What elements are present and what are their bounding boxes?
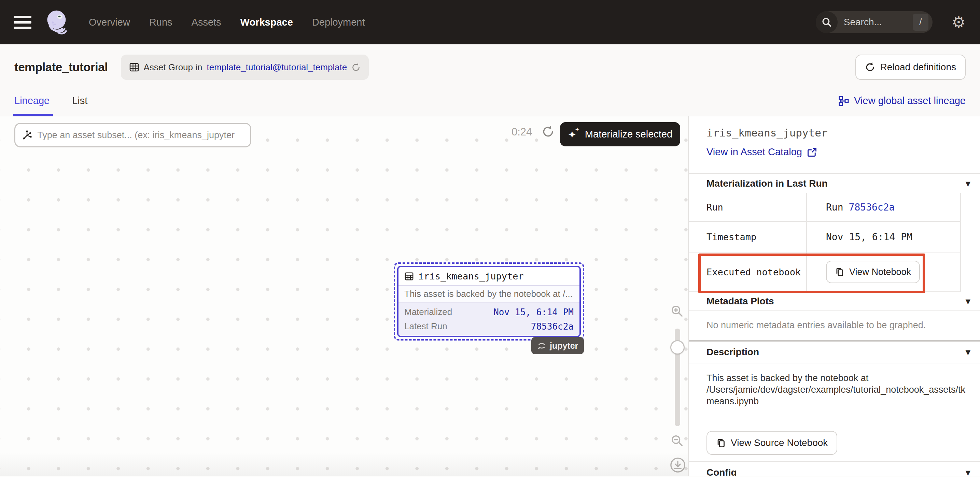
description-text: This asset is backed by the notebook at … — [706, 372, 970, 407]
run-id-link[interactable]: 78536c2a — [849, 202, 895, 213]
download-image-button[interactable] — [670, 457, 686, 473]
search-shortcut-key: / — [913, 14, 928, 31]
search-icon — [816, 11, 838, 33]
hamburger-menu-icon[interactable] — [14, 16, 32, 29]
search-placeholder: Search... — [844, 17, 882, 28]
timestamp-label: Timestamp — [689, 222, 807, 252]
asset-group-badge: Asset Group in template_tutorial@tutoria… — [121, 55, 369, 80]
collapse-caret-icon[interactable]: ▼︎ — [965, 298, 970, 305]
config-heading: Config — [706, 467, 737, 476]
collapse-caret-icon[interactable]: ▼︎ — [965, 349, 970, 356]
jupyter-tag[interactable]: jupyter — [531, 337, 584, 354]
view-source-notebook-button[interactable]: View Source Notebook — [706, 431, 837, 455]
nav-menu: Overview Runs Assets Workspace Deploymen… — [89, 17, 365, 28]
page-header: template_tutorial Asset Group in templat… — [0, 44, 980, 116]
panel-asset-title: iris_kmeans_jupyter — [706, 127, 980, 139]
view-global-asset-lineage-link[interactable]: View global asset lineage — [838, 95, 966, 106]
nav-item-deployment[interactable]: Deployment — [312, 17, 365, 28]
reload-definitions-button[interactable]: Reload definitions — [855, 55, 966, 80]
asset-node-selection[interactable]: iris_kmeans_jupyter This asset is backed… — [394, 262, 584, 341]
tab-lineage[interactable]: Lineage — [14, 85, 49, 116]
table-row-executed-notebook: Executed notebook View Notebook — [689, 252, 960, 292]
asset-group-prefix: Asset Group in — [144, 62, 202, 73]
refresh-icon[interactable] — [542, 125, 555, 138]
jupyter-tag-label: jupyter — [550, 341, 578, 351]
notebook-icon — [835, 267, 845, 277]
asset-node-description: This asset is backed by the notebook at … — [398, 286, 579, 303]
asset-node-title: iris_kmeans_jupyter — [418, 271, 524, 282]
latest-run-id[interactable]: 78536c2a — [531, 322, 574, 332]
materialized-label: Materialized — [404, 307, 452, 317]
view-notebook-button[interactable]: View Notebook — [826, 261, 920, 283]
sparkles-icon: ✦✦ — [568, 128, 579, 141]
top-nav: Overview Runs Assets Workspace Deploymen… — [0, 0, 980, 44]
zoom-in-button[interactable] — [670, 304, 685, 319]
jupyter-icon — [537, 341, 546, 350]
materialization-heading: Materialization in Last Run — [706, 178, 828, 189]
materialize-selected-button[interactable]: ✦✦ Materialize selected — [560, 122, 680, 146]
tab-list[interactable]: List — [72, 85, 88, 116]
table-row-run: Run Run 78536c2a — [689, 193, 960, 222]
gear-icon[interactable]: ⚙︎ — [952, 14, 966, 30]
dagster-octopus-logo — [42, 7, 73, 38]
lineage-canvas[interactable]: 0:24 ✦✦ Materialize selected — [0, 116, 688, 476]
materialize-selected-label: Materialize selected — [585, 128, 672, 140]
view-in-asset-catalog-link[interactable]: View in Asset Catalog — [706, 146, 817, 158]
run-value-prefix: Run — [826, 202, 843, 213]
external-link-icon — [807, 147, 817, 157]
metadata-plots-empty-text: No numeric metadata entries available to… — [689, 311, 980, 340]
materialized-row: Materialized Nov 15, 6:14 PM — [404, 307, 574, 317]
description-heading: Description — [706, 347, 759, 358]
view-global-asset-lineage-label: View global asset lineage — [854, 95, 966, 106]
search-input[interactable]: Search... / — [816, 11, 932, 33]
zoom-slider-handle[interactable] — [670, 340, 685, 355]
asset-group-link[interactable]: template_tutorial@tutorial_template — [207, 62, 347, 73]
materialized-timestamp[interactable]: Nov 15, 6:14 PM — [493, 307, 574, 317]
nav-item-runs[interactable]: Runs — [149, 17, 172, 28]
asset-details-panel: iris_kmeans_jupyter View in Asset Catalo… — [688, 116, 980, 476]
latest-run-row: Latest Run 78536c2a — [404, 321, 574, 332]
executed-notebook-label: Executed notebook — [689, 252, 807, 292]
view-notebook-label: View Notebook — [849, 267, 911, 277]
metadata-plots-heading: Metadata Plots — [706, 296, 774, 307]
notebook-icon — [716, 438, 726, 448]
page-title: template_tutorial — [14, 60, 108, 74]
materialization-table: Run Run 78536c2a Timestamp Nov 15, 6:14 … — [689, 193, 961, 292]
badge-refresh-icon[interactable] — [352, 63, 361, 72]
asset-subset-filter[interactable] — [14, 123, 251, 147]
view-source-notebook-label: View Source Notebook — [731, 437, 828, 448]
nav-item-workspace[interactable]: Workspace — [240, 17, 293, 28]
lineage-graph-icon — [838, 95, 849, 106]
section-config: Config ▼︎ — [689, 462, 980, 476]
reload-definitions-label: Reload definitions — [880, 62, 956, 73]
asset-subset-icon — [22, 129, 32, 141]
asset-grid-icon — [404, 272, 414, 281]
view-in-asset-catalog-label: View in Asset Catalog — [706, 146, 802, 158]
asset-subset-input[interactable] — [37, 130, 244, 141]
zoom-out-button[interactable] — [670, 434, 685, 448]
refresh-timer: 0:24 — [512, 126, 532, 138]
run-label: Run — [689, 193, 807, 221]
nav-item-overview[interactable]: Overview — [89, 17, 130, 28]
section-description: Description ▼︎ — [689, 342, 980, 363]
timestamp-value: Nov 15, 6:14 PM — [807, 222, 960, 252]
reload-icon — [865, 62, 875, 72]
nav-item-assets[interactable]: Assets — [192, 17, 221, 28]
table-row-timestamp: Timestamp Nov 15, 6:14 PM — [689, 222, 960, 252]
asset-node-iris-kmeans-jupyter[interactable]: iris_kmeans_jupyter This asset is backed… — [397, 266, 581, 337]
latest-run-label: Latest Run — [404, 321, 447, 332]
section-metadata-plots: Metadata Plots ▼︎ — [689, 292, 980, 311]
section-materialization-in-last-run: Materialization in Last Run ▼︎ — [689, 174, 980, 193]
expand-caret-icon[interactable]: ▼︎ — [965, 469, 970, 476]
asset-grid-icon — [129, 62, 139, 72]
collapse-caret-icon[interactable]: ▼︎ — [965, 180, 970, 187]
